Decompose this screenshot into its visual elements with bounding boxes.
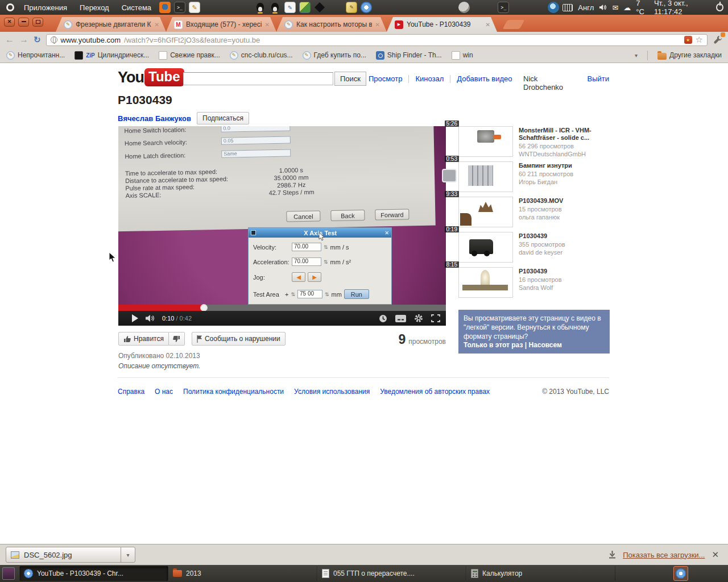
tab-close-icon[interactable]: ✕	[265, 22, 270, 28]
taskbar-window-calculator[interactable]: Калькулятор	[466, 566, 615, 581]
related-video-5[interactable]: 8:15 P1030439 16 просмотров Sandra Wolf	[458, 267, 610, 302]
settings-gear-button[interactable]	[414, 314, 423, 323]
editor-launcher-icon[interactable]: ✎	[284, 2, 296, 13]
language-indicator[interactable]: Англ	[578, 3, 594, 12]
volume-icon[interactable]	[599, 3, 607, 11]
related-title[interactable]: P1030439	[519, 268, 610, 275]
subscribe-button[interactable]: Подписаться	[197, 112, 249, 124]
forward-button[interactable]: →	[19, 35, 28, 44]
chromium-launcher-icon[interactable]	[361, 2, 372, 13]
tab-youtube-active[interactable]: ▶ YouTube - P1030439 ✕	[387, 17, 497, 32]
tab-3[interactable]: ✎ Как настроить моторы в ✕	[276, 17, 387, 32]
terminal-icon-2[interactable]: >_	[498, 2, 509, 13]
related-title[interactable]: MonsterMill - ICR - VHM-Schaftfräser - s…	[519, 127, 610, 142]
tab-close-icon[interactable]: ✕	[486, 22, 490, 28]
window-minimize-button[interactable]	[18, 18, 29, 27]
bookmark-item[interactable]: ✎ Непрочитанн...	[6, 51, 65, 60]
show-all-downloads-link[interactable]: Показать все загрузки...	[623, 551, 705, 559]
captions-button[interactable]	[395, 315, 406, 322]
chrome-menu-wrench-icon[interactable]	[713, 35, 723, 45]
ruler-app-icon[interactable]: ✎	[346, 2, 357, 13]
tux-icon-2[interactable]	[270, 2, 281, 13]
bookmark-item[interactable]: ✎ cnc-club.ru/cus...	[230, 51, 293, 60]
fullscreen-button[interactable]	[431, 314, 440, 322]
related-video-4[interactable]: 0:19 P1030439 355 просмотров david de ke…	[458, 232, 610, 267]
bookmark-item[interactable]: ZiP Цилиндрическ...	[75, 51, 149, 60]
close-shelf-icon[interactable]: ✕	[712, 550, 719, 560]
show-desktop-icon[interactable]	[2, 567, 15, 580]
menu-system[interactable]: Система	[117, 3, 156, 12]
taskbar-window-folder[interactable]: 2013	[168, 566, 317, 581]
mail-indicator-icon[interactable]: ✉	[612, 3, 618, 12]
download-item-caret-icon[interactable]: ▾	[121, 552, 135, 558]
related-title[interactable]: P1030439	[519, 232, 610, 240]
tab-1[interactable]: ✎ Фрезерные двигатели Кr ✕	[56, 17, 166, 32]
power-icon[interactable]	[716, 3, 723, 11]
footer-terms-link[interactable]: Условия использования	[294, 388, 370, 396]
new-tab-button[interactable]	[503, 20, 525, 29]
plugin-blocked-icon[interactable]: ★	[684, 36, 692, 44]
menu-applications[interactable]: Приложения	[19, 3, 72, 12]
tray-chromium-button[interactable]	[673, 566, 688, 581]
address-bar[interactable]: www.youtube.com /watch?v=6hGfFt2jO3s&fea…	[46, 34, 708, 46]
like-button[interactable]: Нравится	[118, 332, 169, 346]
bookmark-item[interactable]: win	[452, 51, 473, 60]
temperature-indicator[interactable]: 7 °C	[636, 0, 649, 16]
footer-about-link[interactable]: О нас	[155, 388, 173, 396]
tab-2[interactable]: M Входящие (577) - хересin ✕	[166, 17, 276, 32]
chart-app-icon[interactable]	[299, 2, 311, 13]
nav-movies-link[interactable]: Кинозал	[415, 74, 444, 83]
video-player[interactable]: Home Switch location:0.0 Home Search vel…	[118, 126, 446, 305]
nav-upload-link[interactable]: Добавить видео	[457, 74, 512, 83]
gimp-icon[interactable]	[458, 2, 470, 13]
tux-icon-1[interactable]	[255, 2, 266, 13]
video-thumbnail[interactable]: 5:26	[458, 126, 513, 157]
video-thumbnail[interactable]: 0:53	[458, 161, 513, 192]
search-button[interactable]: Поиск	[334, 72, 366, 86]
search-input[interactable]	[183, 72, 333, 85]
clock-indicator[interactable]: Чт., 3 окт., 11:17:42	[654, 0, 711, 16]
play-button[interactable]	[132, 314, 138, 322]
related-video-2[interactable]: 0:53 Бампинг изнутри 60 211 просмотров И…	[458, 161, 610, 197]
bookmark-item[interactable]: ✎ Гдеб купить по...	[303, 51, 366, 60]
tab-close-icon[interactable]: ✕	[155, 22, 159, 28]
youtube-logo[interactable]: You Tube	[118, 68, 184, 86]
footer-help-link[interactable]: Справка	[118, 388, 144, 396]
sign-out-link[interactable]: Выйти	[588, 74, 610, 92]
related-title[interactable]: Бампинг изнутри	[519, 162, 610, 169]
thunderbird-icon[interactable]	[548, 2, 559, 13]
dislike-button[interactable]	[169, 332, 185, 346]
keyboard-indicator-icon[interactable]	[562, 4, 573, 11]
footer-privacy-link[interactable]: Политика конфиденциальности	[183, 388, 284, 396]
other-bookmarks-button[interactable]: Другие закладки	[657, 51, 722, 60]
firefox-launcher-icon[interactable]	[159, 2, 171, 13]
ubuntu-logo-icon[interactable]	[5, 2, 16, 13]
bookmark-item[interactable]: Свежие правк...	[159, 51, 220, 60]
footer-copyright-link[interactable]: Уведомления об авторских правах	[380, 388, 490, 396]
menu-places[interactable]: Переход	[75, 3, 114, 12]
seek-bar[interactable]	[118, 305, 446, 311]
window-maximize-button[interactable]	[32, 18, 43, 27]
download-item[interactable]: DSC_5602.jpg ▾	[6, 547, 135, 563]
related-video-1[interactable]: 5:26 MonsterMill - ICR - VHM-Schaftfräse…	[458, 126, 610, 161]
window-close-button[interactable]: ✕	[4, 18, 15, 27]
terminal-launcher-icon[interactable]: >_	[174, 2, 185, 13]
video-thumbnail[interactable]: 0:19	[458, 232, 513, 263]
notice-forever-link[interactable]: Насовсем	[528, 341, 562, 349]
video-thumbnail[interactable]: 9:33	[458, 197, 513, 227]
tab-close-icon[interactable]: ✕	[375, 22, 380, 28]
channel-link[interactable]: Вячеслав Банжуков	[118, 114, 191, 123]
nav-browse-link[interactable]: Просмотр	[369, 74, 402, 83]
notice-once-link[interactable]: Только в этот раз	[464, 341, 523, 349]
reload-button[interactable]: ↻	[34, 35, 41, 45]
username[interactable]: Nick Drobchenko	[523, 74, 577, 92]
video-thumbnail[interactable]: 8:15	[458, 267, 513, 298]
bookmark-star-icon[interactable]: ☆	[696, 35, 703, 45]
gedit-launcher-icon[interactable]: ✎	[189, 2, 200, 13]
volume-button[interactable]	[145, 314, 155, 322]
related-video-3[interactable]: 9:33 P1030439.MOV 15 просмотров ольга га…	[458, 197, 610, 232]
taskbar-window-chrome[interactable]: YouTube - P1030439 - Chr...	[19, 566, 168, 581]
bookmarks-overflow-caret-icon[interactable]: ▾	[635, 52, 638, 59]
back-button[interactable]: ←	[5, 35, 14, 44]
taskbar-window-document[interactable]: 055 ГТП о перерасчете....	[317, 566, 466, 581]
